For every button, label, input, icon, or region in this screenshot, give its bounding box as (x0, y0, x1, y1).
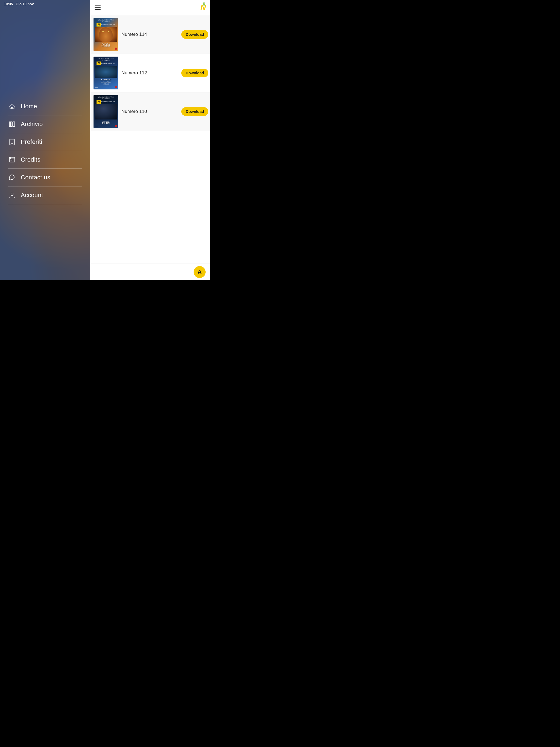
sidebar-label-contact: Contact us (21, 174, 50, 181)
wifi-icon: ▲ (189, 2, 192, 6)
cover-subtitle-112: RITRATTOCREATIVO (103, 83, 108, 85)
magazine-number-110: Numero 110 (121, 109, 147, 114)
svg-rect-2 (13, 122, 15, 126)
cover-n-logo-114: N (97, 23, 101, 27)
fox-face (99, 27, 113, 42)
sidebar-nav: Home Archivio Preferiti (8, 98, 82, 204)
download-button-114[interactable]: Download (181, 30, 208, 39)
sidebar-item-home[interactable]: Home (8, 98, 82, 115)
cover-bottom-114: ▬▬▬ (95, 47, 117, 50)
magazine-item-114: IL MAGAZINE DEI VERI NIKONISTI N PHOTOGR… (90, 15, 210, 54)
magazine-number-112: Numero 112 (121, 70, 147, 75)
fox-eye-right (108, 31, 109, 32)
sidebar-label-home: Home (21, 103, 37, 110)
home-icon (8, 103, 16, 110)
status-time: 10:35 (4, 2, 13, 6)
cover-photography-text-112: PHOTOGRAPHY (101, 62, 115, 64)
sidebar: Home Archivio Preferiti (0, 0, 90, 280)
magazine-info-110: Numero 110 (118, 109, 181, 114)
main-panel: N IL MAGAZINE DEI VERI NIKONISTI N PHOTO… (90, 0, 210, 280)
magazine-cover-112: IL MAGAZINE DEI VERI NIKONISTI N PHOTOGR… (94, 57, 118, 89)
cover-photography-text-114: PHOTOGRAPHY (101, 24, 115, 25)
hamburger-line-3 (95, 9, 101, 10)
cover-bottom-110: ▬▬▬ (95, 124, 117, 127)
cover-header-114: IL MAGAZINE DEI VERI NIKONISTI (95, 19, 117, 22)
cover-image-person (95, 104, 117, 120)
battery-icon: 🔋 (202, 2, 206, 6)
sidebar-label-archivio: Archivio (21, 121, 43, 128)
action-button-label: A (198, 269, 202, 275)
sidebar-item-credits[interactable]: Credits (8, 151, 82, 169)
contact-icon (8, 174, 16, 181)
magazine-number-114: Numero 114 (121, 32, 147, 37)
sidebar-item-contact[interactable]: Contact us (8, 169, 82, 186)
magazine-info-114: Numero 114 (118, 32, 181, 37)
magazine-list: IL MAGAZINE DEI VERI NIKONISTI N PHOTOGR… (90, 15, 210, 264)
cover-header-110: IL MAGAZINE DEI VERI NIKONISTI (95, 96, 117, 100)
archive-icon (8, 120, 16, 128)
status-bar: 10:35 Gio 10 nov ▲ 42% 🔋 (0, 0, 210, 8)
svg-point-8 (11, 193, 14, 195)
magazine-cover-110: IL MAGAZINE DEI VERI NIKONISTI N PHOTOGR… (94, 95, 118, 128)
cover-n-logo-112: N (97, 61, 101, 65)
svg-rect-3 (9, 157, 15, 162)
cover-photography-text-110: PHOTOGRAPHY (101, 101, 115, 103)
magazine-cover-114: IL MAGAZINE DEI VERI NIKONISTI N PHOTOGR… (94, 18, 118, 51)
magazine-info-112: Numero 112 (118, 70, 181, 76)
cover-bottom-112: ▬▬▬ (95, 85, 117, 88)
sidebar-item-account[interactable]: Account (8, 186, 82, 204)
battery-percent: 42% (194, 2, 200, 6)
status-date: Gio 10 nov (16, 2, 34, 6)
sidebar-item-preferiti[interactable]: Preferiti (8, 133, 82, 151)
bookmark-icon (8, 138, 16, 146)
bottom-bar: A (90, 264, 210, 280)
download-button-110[interactable]: Download (181, 107, 208, 116)
cover-red-dot-114 (115, 48, 117, 50)
cover-n-logo-110: N (97, 100, 101, 104)
cover-red-dot-110 (115, 125, 117, 127)
cover-image-diver (95, 66, 117, 78)
credits-icon (8, 156, 16, 163)
cover-title-fox: NATURAselvaggia (101, 43, 110, 47)
svg-rect-1 (11, 122, 12, 126)
account-icon (8, 191, 16, 199)
cover-red-dot-112 (115, 86, 117, 88)
sidebar-label-account: Account (21, 192, 43, 199)
sidebar-item-archivio[interactable]: Archivio (8, 115, 82, 133)
fox-eye-left (102, 31, 104, 32)
magazine-item-110: IL MAGAZINE DEI VERI NIKONISTI N PHOTOGR… (90, 93, 210, 131)
download-button-112[interactable]: Download (181, 69, 208, 77)
cover-title-diver: IN VIAGGIOcon la tua Nikon (101, 79, 111, 83)
svg-rect-0 (9, 122, 10, 126)
action-button[interactable]: A (194, 266, 206, 278)
sidebar-label-credits: Credits (21, 156, 41, 163)
cover-header-112: IL MAGAZINE DEI VERI NIKONISTI (95, 58, 117, 61)
magazine-item-112: IL MAGAZINE DEI VERI NIKONISTI N PHOTOGR… (90, 54, 210, 93)
cover-image-fox (95, 27, 117, 42)
sidebar-label-preferiti: Preferiti (21, 138, 42, 146)
cover-title-person: Fuori dagliSCHEMI (102, 120, 109, 124)
